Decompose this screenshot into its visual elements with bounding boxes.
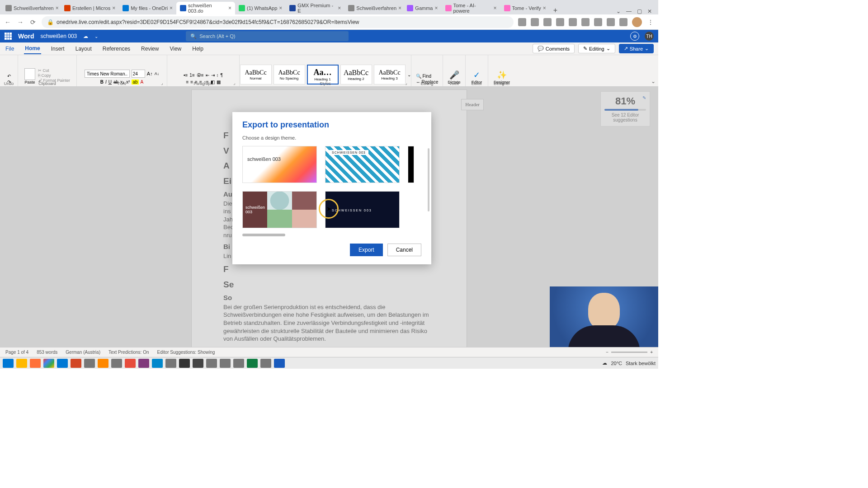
menu-icon[interactable]: ⋮: [646, 18, 655, 26]
forward-icon[interactable]: →: [16, 18, 24, 26]
word-icon[interactable]: [274, 359, 285, 368]
taskbar-icon[interactable]: [233, 359, 244, 368]
zoom-out-button[interactable]: −: [606, 350, 609, 355]
back-icon[interactable]: ←: [4, 18, 12, 26]
gear-icon[interactable]: ⚙: [630, 32, 639, 41]
bullets-button[interactable]: •≡: [184, 73, 188, 78]
maximize-icon[interactable]: ▢: [637, 8, 642, 14]
style-heading-3[interactable]: AaBbCcHeading 3: [374, 65, 406, 84]
file-explorer-icon[interactable]: [16, 359, 27, 368]
chevron-down-icon[interactable]: ⌄: [616, 8, 621, 14]
browser-tab[interactable]: Gamma×: [403, 2, 441, 14]
close-icon[interactable]: ×: [56, 5, 59, 11]
shrink-font-icon[interactable]: A↓: [155, 71, 160, 76]
browser-tab[interactable]: GMX Premium - E×: [286, 2, 344, 14]
align-left-button[interactable]: ≡: [186, 80, 189, 84]
theme-option[interactable]: [325, 191, 400, 228]
document-name[interactable]: schweißen 003: [41, 33, 77, 39]
extension-icon[interactable]: [543, 18, 552, 26]
theme-option[interactable]: [242, 146, 317, 183]
tab-review[interactable]: Review: [140, 44, 160, 54]
comments-button[interactable]: 💬 Comments: [533, 44, 575, 53]
export-button[interactable]: Export: [350, 244, 383, 256]
vlc-icon[interactable]: [98, 359, 108, 368]
close-icon[interactable]: ×: [170, 5, 173, 11]
close-icon[interactable]: ×: [493, 5, 496, 11]
style-no-spacing[interactable]: AaBbCcNo Spacing: [274, 65, 305, 84]
bold-button[interactable]: B: [100, 80, 104, 84]
font-family-select[interactable]: [85, 70, 130, 78]
designer-icon[interactable]: ✨: [497, 70, 507, 80]
extension-icon[interactable]: [556, 18, 564, 26]
zoom-slider[interactable]: [611, 352, 647, 353]
more-styles-icon[interactable]: ⌄: [407, 72, 411, 77]
user-avatar[interactable]: TH: [645, 32, 654, 41]
extension-icon[interactable]: [581, 18, 590, 26]
dialog-launcher-icon[interactable]: ⌟: [405, 80, 410, 85]
browser-tab[interactable]: Erstellen | Micros×: [61, 2, 119, 14]
text-predictions[interactable]: Text Predictions: On: [108, 350, 149, 355]
highlight-button[interactable]: ab: [132, 80, 138, 84]
numbering-button[interactable]: 1≡: [189, 73, 194, 78]
theme-option[interactable]: [408, 146, 414, 183]
paste-icon[interactable]: [24, 68, 35, 80]
paragraph-marks-button[interactable]: ¶: [221, 73, 223, 78]
collapse-ribbon-icon[interactable]: ⌄: [651, 78, 656, 84]
search-input[interactable]: 🔍 Search (Alt + Q): [186, 31, 349, 41]
close-icon[interactable]: ×: [434, 5, 438, 11]
extension-icon[interactable]: [607, 18, 615, 26]
telegram-icon[interactable]: [152, 359, 163, 368]
vertical-scrollbar[interactable]: [428, 148, 429, 211]
taskbar-icon[interactable]: [193, 359, 203, 368]
editor-suggestions[interactable]: Editor Suggestions: Showing: [157, 350, 215, 355]
tab-file[interactable]: File: [5, 44, 15, 54]
reload-icon[interactable]: ⟳: [29, 18, 37, 26]
weather-icon[interactable]: ☁: [602, 360, 607, 366]
language-indicator[interactable]: German (Austria): [66, 350, 100, 355]
dialog-launcher-icon[interactable]: ⌟: [233, 80, 238, 85]
chevron-down-icon[interactable]: ⌄: [94, 34, 98, 39]
tab-references[interactable]: References: [102, 44, 131, 54]
decrease-indent-button[interactable]: ⇤: [206, 73, 209, 78]
extension-icon[interactable]: [569, 18, 577, 26]
taskbar-icon[interactable]: [84, 359, 95, 368]
chrome-icon[interactable]: [43, 359, 54, 368]
browser-tab[interactable]: Tome - AI-powere×: [442, 2, 500, 14]
theme-option[interactable]: [325, 146, 400, 183]
close-icon[interactable]: ×: [228, 5, 231, 11]
excel-icon[interactable]: [247, 359, 258, 368]
minimize-icon[interactable]: —: [626, 8, 632, 14]
undo-icon[interactable]: ↶: [7, 74, 11, 79]
sort-button[interactable]: ↕: [217, 73, 219, 78]
browser-tab[interactable]: (1) WhatsApp×: [235, 2, 286, 14]
style-normal[interactable]: AaBbCcNormal: [240, 65, 272, 84]
underline-button[interactable]: U: [108, 80, 112, 84]
taskbar-icon[interactable]: [206, 359, 217, 368]
page-indicator[interactable]: Page 1 of 4: [5, 350, 28, 355]
extension-icon[interactable]: [594, 18, 602, 26]
profile-avatar[interactable]: [632, 17, 642, 27]
close-icon[interactable]: ×: [338, 5, 341, 11]
editor-icon[interactable]: ✓: [473, 70, 480, 80]
new-tab-button[interactable]: +: [550, 6, 561, 14]
cut-button[interactable]: ✂ Cut: [38, 68, 70, 73]
start-button[interactable]: [3, 359, 14, 368]
url-input[interactable]: 🔒 onedrive.live.com/edit.aspx?resid=3DE0…: [42, 16, 514, 28]
taskbar-icon[interactable]: [165, 359, 176, 368]
copy-button[interactable]: ⎘ Copy: [38, 73, 70, 78]
horizontal-scrollbar[interactable]: [242, 234, 285, 236]
browser-tab[interactable]: Tome - Verify×: [500, 2, 550, 14]
app-launcher-icon[interactable]: [5, 33, 12, 40]
borders-button[interactable]: ▦: [217, 80, 221, 84]
close-icon[interactable]: ✕: [647, 8, 652, 14]
browser-tab[interactable]: Schweißverfahren×: [2, 2, 61, 14]
browser-tab[interactable]: Schweißverfahren×: [344, 2, 403, 14]
editing-mode-button[interactable]: ✎ Editing ⌄: [578, 44, 615, 53]
superscript-button[interactable]: x²: [126, 80, 130, 84]
taskbar-icon[interactable]: [220, 359, 231, 368]
notepad-icon[interactable]: [260, 359, 271, 368]
word-count[interactable]: 853 words: [37, 350, 57, 355]
multilevel-button[interactable]: ⦿≡: [197, 73, 204, 78]
tab-insert[interactable]: Insert: [50, 44, 66, 54]
extension-icon[interactable]: [531, 18, 539, 26]
